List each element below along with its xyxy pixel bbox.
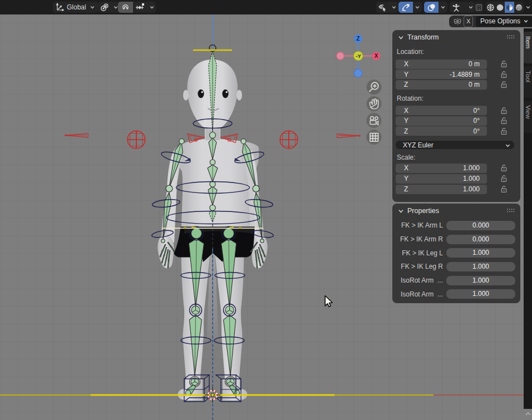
svg-text:-Y: -Y: [356, 53, 361, 59]
svg-text:Z: Z: [356, 36, 359, 42]
svg-text:X: X: [375, 53, 378, 59]
